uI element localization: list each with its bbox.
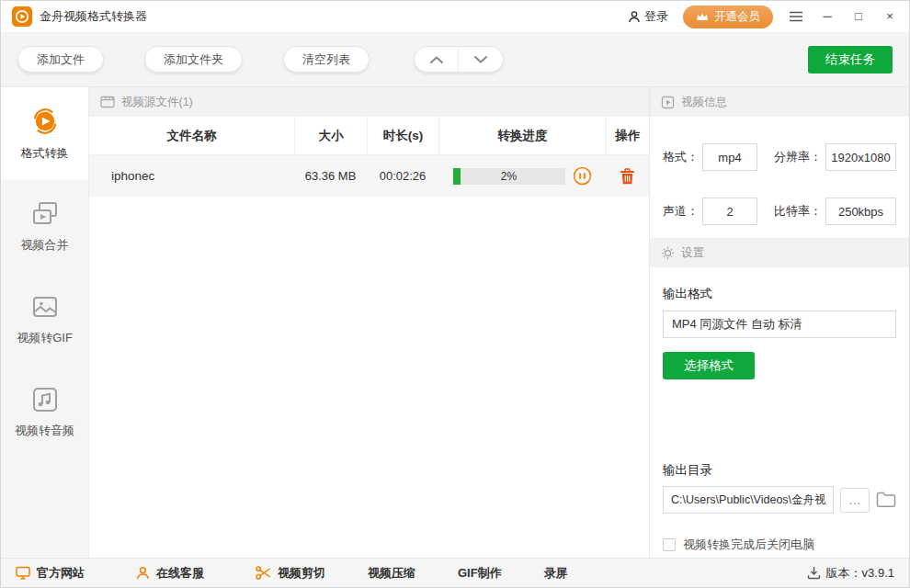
chevron-down-icon xyxy=(474,56,487,63)
info-row-2: 声道： 比特率： xyxy=(663,198,896,225)
video-merge-icon xyxy=(30,199,60,229)
open-folder-button[interactable] xyxy=(876,492,896,508)
support-person-icon xyxy=(136,566,150,580)
sidebar-item-video-merge[interactable]: 视频合并 xyxy=(1,180,88,273)
app-window: 金舟视频格式转换器 登录 开通会员 ─ □ × 添加文件 添加文件夹 清空列表 xyxy=(0,0,910,588)
pause-button[interactable] xyxy=(573,166,592,186)
col-header-progress: 转换进度 xyxy=(438,117,606,154)
sidebar-item-video-to-audio[interactable]: 视频转音频 xyxy=(1,366,88,458)
sidebar-item-label: 格式转换 xyxy=(21,145,69,162)
folder-icon xyxy=(876,492,896,508)
source-files-title: 视频源文件(1) xyxy=(121,95,193,110)
reorder-group xyxy=(414,46,504,73)
output-dir-label: 输出目录 xyxy=(663,462,896,479)
hamburger-icon xyxy=(789,11,803,22)
pause-icon xyxy=(573,166,592,186)
output-format-label: 输出格式 xyxy=(663,286,896,302)
add-file-button[interactable]: 添加文件 xyxy=(17,46,104,73)
cell-filename: iphonec xyxy=(89,169,294,183)
app-title: 金舟视频格式转换器 xyxy=(40,8,147,25)
footer-item-gif-maker[interactable]: GIF制作 xyxy=(458,565,502,582)
table-header: 文件名称 大小 时长(s) 转换进度 操作 xyxy=(89,117,649,155)
version-label: 版本：v3.9.1 xyxy=(826,565,894,582)
user-icon xyxy=(628,10,641,23)
output-dir-input[interactable] xyxy=(663,486,834,514)
video-to-gif-icon xyxy=(30,292,60,322)
clear-list-button[interactable]: 清空列表 xyxy=(283,46,370,73)
end-task-button[interactable]: 结束任务 xyxy=(808,46,893,74)
login-button[interactable]: 登录 xyxy=(628,8,668,25)
toolbar: 添加文件 添加文件夹 清空列表 结束任务 xyxy=(1,32,909,87)
shutdown-option[interactable]: 视频转换完成后关闭电脑 xyxy=(663,537,896,553)
footer-item-label: 视频剪切 xyxy=(278,565,325,582)
resolution-value-input[interactable] xyxy=(825,143,896,171)
info-panel: 视频信息 格式： 分辨率： 声道： 比特率： 设置 xyxy=(649,87,909,558)
source-files-header: 视频源文件(1) xyxy=(89,87,649,117)
cell-size: 63.36 MB xyxy=(294,169,367,183)
chevron-up-icon xyxy=(430,56,443,63)
progress-label: 2% xyxy=(453,168,565,185)
format-value-input[interactable] xyxy=(702,143,757,171)
output-format-input[interactable] xyxy=(663,311,896,338)
col-header-actions: 操作 xyxy=(606,117,649,154)
table-row[interactable]: iphonec 63.36 MB 00:02:26 2% xyxy=(89,155,649,197)
footer-item-screen-record[interactable]: 录屏 xyxy=(544,565,568,582)
settings-title: 设置 xyxy=(681,245,704,261)
cell-duration: 00:02:26 xyxy=(367,169,438,183)
settings-header: 设置 xyxy=(650,238,909,267)
col-header-filename: 文件名称 xyxy=(89,117,294,154)
minimize-button[interactable]: ─ xyxy=(819,8,836,25)
footer: 官方网站 在线客服 视频剪切 视频压缩 GIF制作 录屏 版本：v3.9.1 xyxy=(1,558,909,587)
footer-item-official-site[interactable]: 官方网站 xyxy=(16,565,85,582)
browse-more-button[interactable]: … xyxy=(840,488,870,513)
footer-item-video-cut[interactable]: 视频剪切 xyxy=(256,565,325,582)
channels-value-input[interactable] xyxy=(702,198,757,225)
bitrate-value-input[interactable] xyxy=(825,198,896,225)
select-format-button[interactable]: 选择格式 xyxy=(663,352,755,379)
footer-item-label: 录屏 xyxy=(544,565,568,582)
titlebar-right: 登录 开通会员 ─ □ × xyxy=(628,6,898,28)
progress-bar: 2% xyxy=(453,168,565,185)
close-button[interactable]: × xyxy=(882,8,898,25)
sidebar-item-label: 视频合并 xyxy=(21,237,69,254)
body: 格式转换 视频合并 视频转GIF xyxy=(1,87,909,558)
login-label: 登录 xyxy=(644,8,668,25)
video-info-fields: 格式： 分辨率： 声道： 比特率： xyxy=(650,117,909,225)
sidebar-item-format-convert[interactable]: 格式转换 xyxy=(1,87,88,180)
sidebar-item-label: 视频转音频 xyxy=(15,423,74,439)
maximize-button[interactable]: □ xyxy=(850,8,867,25)
menu-button[interactable] xyxy=(788,11,804,22)
vip-label: 开通会员 xyxy=(714,9,760,25)
output-dir-row: … xyxy=(663,486,896,514)
trash-icon xyxy=(620,168,635,185)
sidebar-item-video-to-gif[interactable]: 视频转GIF xyxy=(1,273,88,366)
crown-icon xyxy=(696,12,709,22)
footer-item-label: GIF制作 xyxy=(458,565,502,582)
main-area: 视频源文件(1) 文件名称 大小 时长(s) 转换进度 操作 iphonec 6… xyxy=(89,87,649,558)
video-info-icon xyxy=(661,96,675,109)
shutdown-label: 视频转换完成后关闭电脑 xyxy=(683,537,814,553)
move-up-button[interactable] xyxy=(415,47,459,72)
footer-item-video-compress[interactable]: 视频压缩 xyxy=(368,565,415,582)
col-header-size: 大小 xyxy=(294,117,367,154)
settings-body: 输出格式 选择格式 输出目录 … 视频转换完成后关闭电脑 xyxy=(650,267,909,553)
footer-item-label: 在线客服 xyxy=(156,565,204,582)
vip-button[interactable]: 开通会员 xyxy=(683,6,773,28)
move-down-button[interactable] xyxy=(459,47,503,72)
channels-label: 声道： xyxy=(663,203,699,220)
film-file-icon xyxy=(100,96,115,108)
download-icon xyxy=(807,566,821,580)
delete-button[interactable] xyxy=(620,168,635,185)
cell-progress: 2% xyxy=(438,166,606,186)
info-row-1: 格式： 分辨率： xyxy=(663,143,896,171)
version-info: 版本：v3.9.1 xyxy=(807,565,894,582)
format-label: 格式： xyxy=(663,149,699,165)
sidebar: 格式转换 视频合并 视频转GIF xyxy=(1,87,89,558)
monitor-icon xyxy=(16,566,30,580)
footer-item-online-support[interactable]: 在线客服 xyxy=(136,565,204,582)
app-logo-icon xyxy=(12,6,32,27)
col-header-duration: 时长(s) xyxy=(367,117,438,154)
add-folder-button[interactable]: 添加文件夹 xyxy=(144,46,243,73)
shutdown-checkbox[interactable] xyxy=(663,538,676,551)
format-convert-icon xyxy=(29,106,61,137)
